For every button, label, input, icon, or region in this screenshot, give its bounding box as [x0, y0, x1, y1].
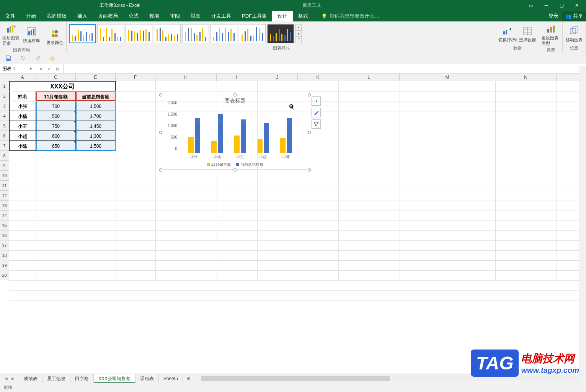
formula-bar[interactable]: [64, 64, 578, 73]
cell-nov[interactable]: 600: [36, 131, 76, 141]
row-header[interactable]: 20: [0, 270, 9, 280]
bar-group[interactable]: [257, 123, 269, 153]
tab-file[interactable]: 文件: [0, 11, 21, 21]
row-header[interactable]: 10: [0, 171, 9, 181]
cancel-formula-button[interactable]: ✕: [39, 66, 43, 72]
chart-styles-button[interactable]: [312, 108, 321, 117]
close-button[interactable]: ✕: [570, 2, 584, 9]
column-header[interactable]: N: [495, 74, 557, 81]
chart-bar[interactable]: [241, 119, 246, 153]
undo-button[interactable]: ↺: [34, 54, 41, 62]
cell-name[interactable]: 小张: [9, 101, 36, 111]
chart-style-thumb[interactable]: [267, 24, 294, 43]
row-header[interactable]: 19: [0, 260, 9, 270]
chart-bar[interactable]: [218, 114, 223, 153]
sheet-tab[interactable]: 成绩表: [19, 374, 42, 383]
cell-nov[interactable]: 650: [36, 141, 76, 151]
chart-bar[interactable]: [195, 118, 200, 153]
chart-legend[interactable]: 11月销售额 当前总销售额: [161, 162, 309, 167]
enter-formula-button[interactable]: ✓: [47, 66, 51, 72]
row-header[interactable]: 12: [0, 191, 9, 201]
bar-group[interactable]: [280, 118, 292, 153]
row-header[interactable]: 18: [0, 250, 9, 260]
switch-row-col-button[interactable]: 切换行/列: [498, 25, 517, 42]
sheet-tab[interactable]: Sheet5: [159, 374, 183, 383]
chart-bar[interactable]: [188, 137, 194, 153]
header-total[interactable]: 当前总销售额: [76, 91, 116, 101]
row-header[interactable]: 16: [0, 230, 9, 240]
chart-bar[interactable]: [234, 136, 240, 153]
sheet-tab[interactable]: 田字格: [70, 374, 94, 383]
quick-layout-button[interactable]: 快速布局: [22, 26, 41, 43]
column-header[interactable]: E: [76, 74, 116, 81]
row-header[interactable]: 8: [0, 151, 9, 161]
tab-design[interactable]: 设计: [272, 11, 293, 21]
chart-bar[interactable]: [264, 123, 269, 153]
chart-style-thumb[interactable]: [182, 24, 209, 43]
bar-group[interactable]: [211, 114, 223, 153]
cell-total[interactable]: 1,700: [76, 111, 116, 121]
select-all-button[interactable]: [0, 74, 9, 81]
cell-nov[interactable]: 500: [36, 111, 76, 121]
tell-me[interactable]: 💡 告诉我您想要做什么…: [313, 11, 545, 21]
move-chart-button[interactable]: 移动图表: [565, 25, 583, 42]
embedded-chart[interactable]: 图表标题 05001,0001,5002,000 小张小杨小王小赵小陈 11月销…: [161, 95, 309, 170]
signin-link[interactable]: 登录: [545, 11, 562, 21]
column-header[interactable]: H: [155, 74, 217, 81]
column-header[interactable]: J: [257, 74, 298, 81]
maximize-button[interactable]: ▢: [555, 2, 568, 9]
add-chart-element-button[interactable]: + 添加图表元素: [2, 23, 21, 46]
row-header[interactable]: 1: [0, 81, 9, 91]
row-header[interactable]: 15: [0, 220, 9, 230]
sheet-tab[interactable]: 员工信息: [42, 374, 70, 383]
ribbon-display-options-icon[interactable]: ▭: [524, 2, 538, 9]
share-button[interactable]: 👥 共享: [562, 11, 586, 21]
chart-style-thumb[interactable]: [154, 24, 181, 43]
selection-handle[interactable]: [233, 93, 237, 96]
row-header[interactable]: 13: [0, 201, 9, 211]
tab-view[interactable]: 视图: [185, 11, 206, 21]
worksheet-grid[interactable]: A C E F H I J K L M N 123456789101112131…: [0, 74, 586, 334]
selection-handle[interactable]: [308, 93, 311, 96]
row-header[interactable]: 9: [0, 161, 9, 171]
chart-bar[interactable]: [287, 118, 292, 153]
tab-insert[interactable]: 插入: [72, 11, 93, 21]
row-header[interactable]: 11: [0, 181, 9, 191]
column-header[interactable]: L: [338, 74, 400, 81]
row-header[interactable]: 2: [0, 91, 9, 101]
selection-handle[interactable]: [308, 131, 311, 134]
column-header[interactable]: K: [298, 74, 338, 81]
cell-total[interactable]: 1,300: [76, 131, 116, 141]
style-scroll-down[interactable]: ▼: [295, 31, 302, 37]
chart-style-thumb[interactable]: [69, 24, 96, 43]
tab-formulas[interactable]: 公式: [123, 11, 144, 21]
select-data-button[interactable]: 选择数据: [518, 25, 537, 42]
header-name[interactable]: 姓名: [9, 91, 36, 101]
tab-pdf[interactable]: PDF工具集: [237, 11, 272, 21]
vertical-scrollbar[interactable]: [579, 66, 586, 374]
style-expand[interactable]: ⎺: [295, 37, 302, 43]
cell-name[interactable]: 小杨: [9, 111, 36, 121]
sheet-tab[interactable]: XXX公司销售额: [94, 374, 135, 383]
sheet-nav-first[interactable]: ◄: [4, 376, 8, 381]
column-header[interactable]: F: [116, 74, 155, 81]
chart-style-thumb[interactable]: [239, 24, 266, 43]
new-sheet-button[interactable]: ⊕: [183, 376, 194, 381]
chart-style-thumb[interactable]: [97, 24, 124, 43]
bar-group[interactable]: [188, 118, 200, 153]
company-title-cell[interactable]: XXX公司: [9, 81, 116, 91]
selection-handle[interactable]: [159, 93, 162, 96]
name-box[interactable]: 图表 1 ▼: [0, 64, 35, 73]
bar-group[interactable]: [234, 119, 246, 153]
column-header[interactable]: M: [400, 74, 495, 81]
cell-nov[interactable]: 750: [36, 121, 76, 131]
cell-name[interactable]: 小王: [9, 121, 36, 131]
save-button[interactable]: [5, 54, 12, 62]
header-nov[interactable]: 11月销售额: [36, 91, 76, 101]
column-header[interactable]: A: [9, 74, 36, 81]
redo-button[interactable]: ↻: [19, 54, 27, 62]
row-header[interactable]: 17: [0, 240, 9, 250]
cell-name[interactable]: 小陈: [9, 141, 36, 151]
tab-home[interactable]: 开始: [21, 11, 41, 21]
change-colors-button[interactable]: 更改颜色: [46, 28, 64, 45]
